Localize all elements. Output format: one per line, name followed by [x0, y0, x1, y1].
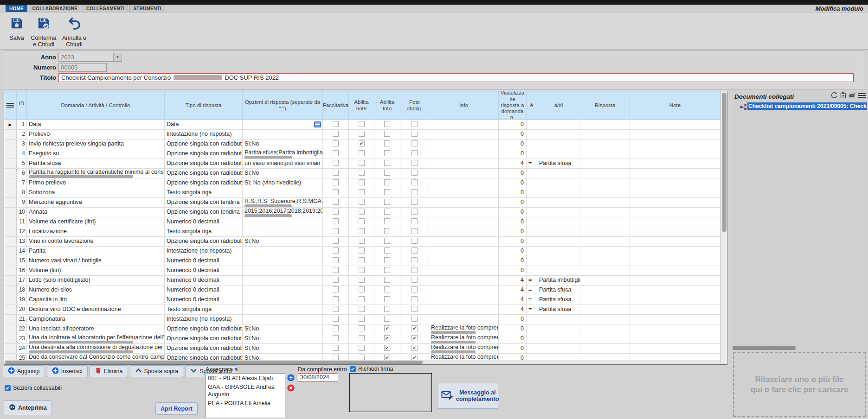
cell-visualizza-domanda[interactable]: 0: [499, 256, 527, 266]
abilita-foto-checkbox[interactable]: [374, 178, 400, 188]
cell-opzioni[interactable]: [243, 120, 323, 129]
abilita-foto-checkbox[interactable]: [374, 305, 400, 314]
cell-opzioni[interactable]: [243, 217, 323, 227]
abilita-foto-checkbox[interactable]: [384, 257, 390, 263]
facoltativa-checkbox[interactable]: [333, 140, 339, 146]
foto-obblig-checkbox[interactable]: ✔: [400, 334, 429, 343]
abilita-foto-checkbox[interactable]: [374, 247, 400, 256]
cell-info[interactable]: [429, 120, 499, 129]
foto-obblig-checkbox[interactable]: [400, 276, 429, 285]
cell-a-di[interactable]: [537, 237, 580, 246]
cell-visualizza-domanda[interactable]: 0: [499, 178, 527, 188]
row-selector[interactable]: [4, 217, 17, 227]
cell-tipo-risposta[interactable]: Intestazione (no risposta): [165, 130, 243, 139]
col-header-note[interactable]: Note: [630, 91, 720, 120]
cell-a-di[interactable]: [537, 198, 580, 207]
signature-box[interactable]: [349, 373, 432, 412]
abilita-note-checkbox[interactable]: [349, 324, 374, 334]
cell-a-di[interactable]: [537, 256, 580, 266]
cell-domanda[interactable]: Una destinata alla commissione di degust…: [27, 344, 165, 353]
foto-obblig-checkbox[interactable]: ✔: [411, 335, 418, 341]
cell-domanda[interactable]: Eseguito su: [27, 149, 165, 159]
cell-info[interactable]: [429, 188, 499, 197]
cell-risposta[interactable]: [580, 140, 630, 149]
cell-tipo-risposta[interactable]: Opzione singola con tendina: [165, 208, 243, 217]
facoltativa-checkbox[interactable]: [323, 120, 349, 129]
cell-opzioni[interactable]: Partita sfusa;Partita imbottigliata no: [243, 149, 323, 159]
cell-a-di[interactable]: Partita sfusa: [537, 305, 580, 314]
cell-opzioni[interactable]: [243, 256, 323, 266]
grid-row-3[interactable]: 3Invio richiesta prelievo singola partit…: [4, 140, 720, 149]
grid-row-21[interactable]: 21CampionaturaIntestazione (no risposta)…: [4, 315, 720, 324]
abilita-foto-checkbox[interactable]: [374, 237, 400, 246]
cell-operatore[interactable]: [527, 217, 537, 227]
cancel-close-button[interactable]: Annulla e Chiudi: [59, 16, 89, 48]
cell-a-di[interactable]: [537, 334, 580, 343]
foto-obblig-checkbox[interactable]: [400, 315, 429, 324]
cell-tipo-risposta[interactable]: Opzione singola con radiobutton: [165, 237, 243, 246]
cell-note[interactable]: [630, 344, 720, 353]
grid-row-24[interactable]: 24Una destinata alla commissione di degu…: [4, 344, 720, 354]
abilita-note-checkbox[interactable]: [359, 306, 365, 312]
abilita-note-checkbox[interactable]: [359, 238, 365, 244]
cell-info[interactable]: [429, 208, 499, 217]
abilita-foto-checkbox[interactable]: [384, 150, 390, 156]
grid-vscroll-thumb[interactable]: [722, 93, 727, 232]
cell-a-di[interactable]: [537, 315, 580, 324]
cell-tipo-risposta[interactable]: Opzione singola con tendina: [165, 198, 243, 207]
cell-note[interactable]: [630, 217, 720, 227]
facoltativa-checkbox[interactable]: [333, 257, 339, 263]
abilita-foto-checkbox[interactable]: [384, 267, 390, 273]
cell-info[interactable]: [429, 130, 499, 139]
cell-operatore[interactable]: =: [527, 295, 537, 305]
abilita-note-checkbox[interactable]: [349, 295, 374, 305]
col-header-abilita-foto[interactable]: Abilita foto: [374, 91, 400, 120]
row-selector[interactable]: [4, 344, 17, 353]
abilita-foto-checkbox[interactable]: [384, 286, 390, 292]
facoltativa-checkbox[interactable]: [333, 121, 339, 127]
facoltativa-checkbox[interactable]: [333, 238, 339, 244]
abilita-note-checkbox[interactable]: [349, 266, 374, 275]
abilita-foto-checkbox[interactable]: [374, 286, 400, 295]
cell-operatore[interactable]: [527, 247, 537, 256]
cell-domanda[interactable]: Partita: [27, 247, 165, 256]
cell-opzioni[interactable]: Sì;No: [243, 334, 323, 343]
cell-note[interactable]: [630, 276, 720, 285]
cell-risposta[interactable]: [580, 130, 630, 139]
cell-domanda[interactable]: Localizzazione: [27, 227, 165, 236]
cell-operatore[interactable]: [527, 208, 537, 217]
abilita-foto-checkbox[interactable]: [384, 131, 390, 137]
cell-domanda[interactable]: Prelievo: [27, 130, 165, 139]
cell-note[interactable]: [630, 324, 720, 334]
facoltativa-checkbox[interactable]: [323, 295, 349, 305]
cell-info[interactable]: [429, 217, 499, 227]
require-signature-checkbox[interactable]: ✔: [350, 366, 356, 372]
row-selector[interactable]: ▶: [4, 120, 17, 129]
abilita-note-checkbox[interactable]: [359, 131, 365, 137]
cell-info[interactable]: [429, 178, 499, 188]
cell-risposta[interactable]: [580, 178, 630, 188]
cell-note[interactable]: [630, 198, 720, 207]
cell-operatore[interactable]: [527, 130, 537, 139]
facoltativa-checkbox[interactable]: [323, 169, 349, 178]
cell-note[interactable]: [630, 169, 720, 178]
cell-note[interactable]: [630, 315, 720, 324]
foto-obblig-checkbox[interactable]: [400, 188, 429, 197]
cell-a-di[interactable]: [537, 344, 580, 353]
col-header-risposta[interactable]: Risposta: [580, 91, 630, 120]
abilita-foto-checkbox[interactable]: [384, 316, 390, 322]
cell-domanda[interactable]: Dicitura vino DOC e denominazione: [27, 305, 165, 314]
cell-a-di[interactable]: Partita sfusa: [537, 286, 580, 295]
cell-opzioni[interactable]: [243, 276, 323, 285]
facoltativa-checkbox[interactable]: [323, 217, 349, 227]
abilita-note-checkbox[interactable]: [349, 344, 374, 353]
facoltativa-checkbox[interactable]: [333, 179, 339, 185]
cell-tipo-risposta[interactable]: Intestazione (no risposta): [165, 315, 243, 324]
row-selector[interactable]: [4, 324, 17, 334]
facoltativa-checkbox[interactable]: [323, 256, 349, 266]
row-selector[interactable]: [4, 305, 17, 314]
grid-row-23[interactable]: 23Una da inoltrare al laboratorio per l'…: [4, 334, 720, 344]
cell-domanda[interactable]: Annata: [27, 208, 165, 217]
grid-row-11[interactable]: 11Volume da certificare (litri)Numerico …: [4, 217, 720, 227]
foto-obblig-checkbox[interactable]: [400, 140, 429, 149]
